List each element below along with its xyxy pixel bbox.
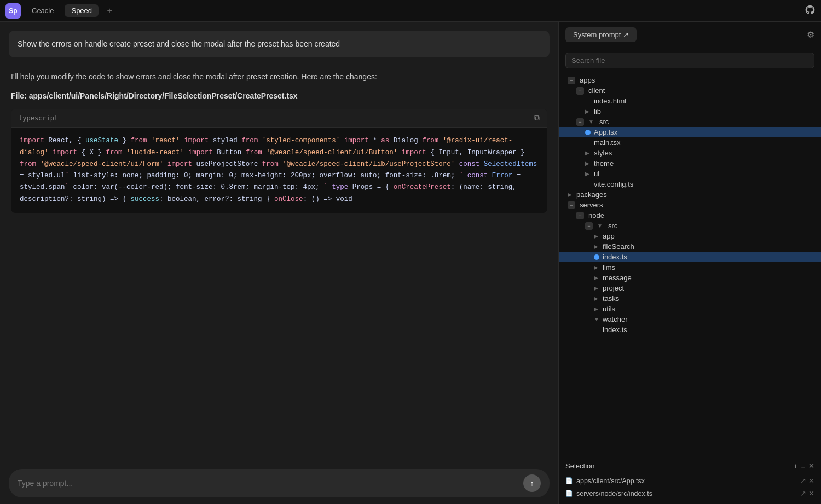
system-prompt-button[interactable]: System prompt ↗ xyxy=(565,27,637,42)
selection-close-icon[interactable]: ✕ xyxy=(808,462,814,470)
arrow-node-src: ▼ xyxy=(597,223,606,229)
tree-item-src[interactable]: − ▼ src xyxy=(559,117,821,127)
project-label: project xyxy=(603,284,624,292)
vite-config-label: vite.config.ts xyxy=(594,180,633,188)
copy-button[interactable]: ⧉ xyxy=(534,113,540,123)
app-label: app xyxy=(603,232,615,240)
index-html-label: index.html xyxy=(594,97,626,105)
chat-content: I'll help you modify the code to show er… xyxy=(0,66,558,462)
tasks-label: tasks xyxy=(603,294,619,303)
collapse-node[interactable]: − xyxy=(576,212,584,219)
tree-item-index-html[interactable]: index.html xyxy=(559,96,821,106)
selection-title: Selection xyxy=(565,462,594,470)
code-body: import React, { useState } from 'react' … xyxy=(11,128,547,213)
input-area: ↑ xyxy=(0,462,558,504)
tree-item-message[interactable]: ▶ message xyxy=(559,273,821,283)
arrow-lib: ▶ xyxy=(585,108,594,114)
collapse-client[interactable]: − xyxy=(576,87,584,95)
tree-item-filesearch[interactable]: ▶ fileSearch xyxy=(559,241,821,252)
collapse-node-src[interactable]: − xyxy=(585,222,593,230)
arrow-styles: ▶ xyxy=(585,150,594,156)
tree-item-vite-config[interactable]: vite.config.ts xyxy=(559,179,821,189)
tree-item-theme[interactable]: ▶ theme xyxy=(559,158,821,169)
app-tsx-label: App.tsx xyxy=(594,128,617,136)
tree-item-node[interactable]: − node xyxy=(559,210,821,221)
filesearch-label: fileSearch xyxy=(603,242,634,251)
add-tab-button[interactable]: + xyxy=(103,4,116,18)
tree-item-watcher-index[interactable]: index.ts xyxy=(559,325,821,335)
message-label: message xyxy=(603,274,632,282)
file-label: File: apps/client/ui/Panels/Right/Direct… xyxy=(11,91,547,100)
right-panel-top: System prompt ↗ ⚙ xyxy=(559,22,821,48)
apps-label: apps xyxy=(580,76,595,84)
selection-file-2-external[interactable]: ↗ xyxy=(800,489,806,497)
arrow-packages: ▶ xyxy=(568,192,576,198)
tree-item-ui[interactable]: ▶ ui xyxy=(559,169,821,179)
selection-file-path-2: servers/node/src/index.ts xyxy=(576,490,652,497)
arrow-project: ▶ xyxy=(594,285,603,291)
user-prompt: Show the errors on handle create preset … xyxy=(9,31,550,57)
ai-response-text: I'll help you modify the code to show er… xyxy=(11,71,547,83)
selection-list-icon[interactable]: ≡ xyxy=(801,462,805,470)
arrow-src: ▼ xyxy=(588,119,597,125)
tree-item-project[interactable]: ▶ project xyxy=(559,283,821,293)
topbar: Sp Ceacle Speed + xyxy=(0,0,821,22)
tree-item-llms[interactable]: ▶ llms xyxy=(559,262,821,273)
selection-add-icon[interactable]: + xyxy=(794,462,798,470)
file-tree: − apps − client index.html ▶ lib xyxy=(559,73,821,457)
utils-label: utils xyxy=(603,305,615,313)
tree-item-packages[interactable]: ▶ packages xyxy=(559,189,821,200)
styles-label: styles xyxy=(594,149,612,157)
client-label: client xyxy=(588,86,605,95)
app-tsx-dot xyxy=(585,130,591,135)
arrow-llms: ▶ xyxy=(594,264,603,270)
arrow-ui: ▶ xyxy=(585,171,594,177)
arrow-utils: ▶ xyxy=(594,306,603,312)
tree-item-watcher[interactable]: ▼ watcher xyxy=(559,314,821,325)
code-block: typescript ⧉ import React, { useState } … xyxy=(11,109,547,213)
tree-item-index-ts[interactable]: index.ts xyxy=(559,252,821,262)
app-logo: Sp xyxy=(5,3,21,19)
selection-file-2[interactable]: 📄 servers/node/src/index.ts ↗ ✕ xyxy=(565,487,814,500)
tree-item-app-tsx[interactable]: App.tsx xyxy=(559,127,821,137)
node-label: node xyxy=(588,211,604,219)
arrow-theme: ▶ xyxy=(585,160,594,166)
selection-file-2-actions: ↗ ✕ xyxy=(800,489,814,497)
collapse-src[interactable]: − xyxy=(576,118,584,126)
tree-item-apps[interactable]: − apps xyxy=(559,75,821,85)
selection-file-1-remove[interactable]: ✕ xyxy=(808,477,814,485)
collapse-servers[interactable]: − xyxy=(568,201,575,209)
selection-file-2-remove[interactable]: ✕ xyxy=(808,489,814,497)
tab-ceacle[interactable]: Ceacle xyxy=(25,4,60,17)
tree-item-app[interactable]: ▶ app xyxy=(559,231,821,241)
selection-panel: Selection + ≡ ✕ 📄 apps/client/src/App.ts… xyxy=(559,457,821,504)
arrow-tasks: ▶ xyxy=(594,296,603,302)
tree-item-node-src[interactable]: − ▼ src xyxy=(559,221,821,231)
input-box: ↑ xyxy=(9,469,550,497)
tree-item-servers[interactable]: − servers xyxy=(559,200,821,210)
send-button[interactable]: ↑ xyxy=(523,474,541,492)
collapse-apps[interactable]: − xyxy=(568,77,575,84)
tree-item-utils[interactable]: ▶ utils xyxy=(559,304,821,314)
github-button[interactable] xyxy=(805,4,816,17)
arrow-app: ▶ xyxy=(594,233,603,239)
tree-item-styles[interactable]: ▶ styles xyxy=(559,148,821,158)
node-src-label: src xyxy=(608,222,617,230)
search-file-input[interactable] xyxy=(565,53,814,68)
tree-item-lib[interactable]: ▶ lib xyxy=(559,106,821,117)
index-ts-label: index.ts xyxy=(603,253,627,261)
tab-speed[interactable]: Speed xyxy=(65,4,99,17)
tree-item-client[interactable]: − client xyxy=(559,85,821,96)
ui-label: ui xyxy=(594,170,599,178)
arrow-watcher: ▼ xyxy=(594,316,603,322)
prompt-input[interactable] xyxy=(18,479,523,488)
settings-icon[interactable]: ⚙ xyxy=(807,30,814,40)
file-icon-2: 📄 xyxy=(565,490,573,497)
selection-file-1[interactable]: 📄 apps/client/src/App.tsx ↗ ✕ xyxy=(565,474,814,487)
tree-item-main-tsx[interactable]: main.tsx xyxy=(559,137,821,148)
selection-file-path-1: apps/client/src/App.tsx xyxy=(576,477,645,485)
index-ts-dot xyxy=(594,254,599,260)
selection-file-1-external[interactable]: ↗ xyxy=(800,477,806,485)
lib-label: lib xyxy=(594,107,601,115)
tree-item-tasks[interactable]: ▶ tasks xyxy=(559,293,821,304)
